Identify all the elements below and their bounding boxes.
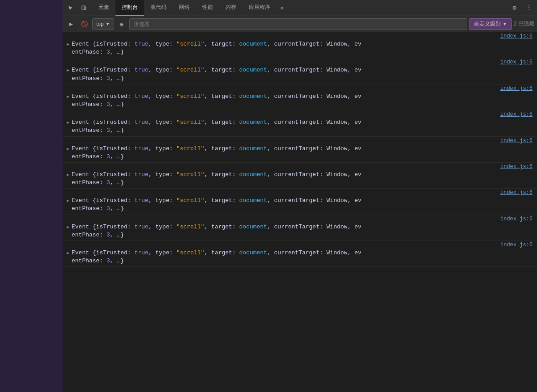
ent-phase-label: entPhase: — [72, 48, 107, 56]
expand-arrow[interactable]: ▶ — [64, 223, 72, 231]
entry-line: ▶ Event {isTrusted: true, type: "scroll"… — [63, 66, 537, 83]
true-value: true — [134, 66, 148, 74]
entry-source[interactable]: index.js:6 — [63, 33, 537, 39]
entry-content: Event {isTrusted: true, type: "scroll", … — [72, 145, 533, 161]
entry-row1: Event {isTrusted: true, type: "scroll", … — [72, 118, 533, 126]
entry-row1: Event {isTrusted: true, type: "scroll", … — [72, 145, 533, 153]
event-label: Event {isTrusted: — [72, 197, 134, 205]
expand-arrow[interactable]: ▶ — [64, 171, 72, 178]
scroll-value: "scroll" — [176, 40, 204, 48]
ellipsis: , …} — [110, 257, 124, 265]
type-label: , type: — [149, 223, 176, 231]
entry-source[interactable]: index.js:6 — [63, 138, 537, 144]
tab-network[interactable]: 网络 — [173, 0, 196, 16]
console-entry: index.js:6 ▶ Event {isTrusted: true, typ… — [63, 110, 537, 136]
type-label: , type: — [149, 171, 176, 179]
ellipsis: , …} — [110, 205, 124, 213]
document-value: document — [239, 171, 267, 179]
entry-row1: Event {isTrusted: true, type: "scroll", … — [72, 223, 533, 231]
expand-arrow[interactable]: ▶ — [64, 145, 72, 152]
entry-source[interactable]: index.js:6 — [63, 85, 537, 92]
type-label: , type: — [149, 40, 176, 48]
entry-content: Event {isTrusted: true, type: "scroll", … — [72, 118, 533, 135]
entry-source[interactable]: index.js:6 — [63, 190, 537, 196]
phase-value: 3 — [107, 126, 110, 135]
target-label: , target: — [205, 40, 239, 48]
scroll-value: "scroll" — [176, 249, 204, 257]
expand-arrow[interactable]: ▶ — [64, 249, 72, 257]
entry-row1: Event {isTrusted: true, type: "scroll", … — [72, 66, 533, 74]
current-target-label: , currentTarget: — [267, 40, 327, 48]
target-label: , target: — [205, 93, 239, 101]
document-value: document — [239, 66, 267, 74]
entry-content: Event {isTrusted: true, type: "scroll", … — [72, 223, 533, 239]
ev-suffix: , ev — [347, 66, 361, 74]
entry-row2: entPhase: 3, …} — [72, 153, 533, 161]
event-label: Event {isTrusted: — [72, 145, 134, 153]
entry-content: Event {isTrusted: true, type: "scroll", … — [72, 249, 533, 265]
ev-suffix: , ev — [347, 118, 361, 126]
true-value: true — [134, 249, 148, 257]
ellipsis: , …} — [110, 75, 124, 83]
sidebar — [0, 0, 63, 392]
tab-elements[interactable]: 元素 — [92, 0, 115, 16]
expand-arrow[interactable]: ▶ — [64, 197, 72, 204]
entry-row1: Event {isTrusted: true, type: "scroll", … — [72, 93, 533, 101]
entry-source[interactable]: index.js:6 — [63, 216, 537, 222]
phase-value: 3 — [107, 101, 110, 109]
scroll-value: "scroll" — [176, 171, 204, 179]
cursor-icon[interactable] — [64, 2, 77, 14]
block-button[interactable]: 🚫 — [79, 18, 90, 30]
settings-icon[interactable]: ⚙ — [508, 2, 521, 14]
type-label: , type: — [149, 145, 176, 153]
document-value: document — [239, 249, 267, 257]
expand-arrow[interactable]: ▶ — [64, 93, 72, 100]
scroll-value: "scroll" — [176, 118, 204, 126]
ellipsis: , …} — [110, 153, 124, 161]
entry-row1: Event {isTrusted: true, type: "scroll", … — [72, 197, 533, 205]
console-toolbar: ▶ 🚫 top ▼ ◉ 自定义级别 ▼ 2 已隐藏 — [63, 16, 537, 32]
entry-source[interactable]: index.js:6 — [63, 59, 537, 65]
type-label: , type: — [149, 118, 176, 126]
context-selector[interactable]: top ▼ — [92, 18, 114, 30]
expand-arrow[interactable]: ▶ — [64, 41, 72, 48]
target-label: , target: — [205, 171, 239, 179]
expand-arrow[interactable]: ▶ — [64, 119, 72, 126]
tab-memory[interactable]: 内存 — [219, 0, 243, 16]
type-label: , type: — [149, 93, 176, 101]
window-value: Window — [327, 171, 348, 179]
tab-bar-icons — [64, 2, 90, 14]
entry-line: ▶ Event {isTrusted: true, type: "scroll"… — [63, 170, 537, 187]
document-value: document — [239, 145, 267, 153]
entry-source[interactable]: index.js:6 — [63, 164, 537, 170]
entry-line: ▶ Event {isTrusted: true, type: "scroll"… — [63, 144, 537, 161]
scroll-value: "scroll" — [176, 145, 204, 153]
console-entry: index.js:6 ▶ Event {isTrusted: true, typ… — [63, 137, 537, 163]
current-target-label: , currentTarget: — [267, 197, 327, 205]
phase-value: 3 — [107, 75, 110, 83]
document-value: document — [239, 223, 267, 231]
execute-button[interactable]: ▶ — [65, 18, 77, 30]
device-icon[interactable] — [78, 2, 90, 14]
tab-console[interactable]: 控制台 — [115, 0, 144, 16]
more-options-icon[interactable]: ⋮ — [523, 2, 535, 14]
true-value: true — [134, 93, 148, 101]
tab-performance[interactable]: 性能 — [196, 0, 219, 16]
expand-arrow[interactable]: ▶ — [64, 67, 72, 74]
ev-suffix: , ev — [347, 223, 361, 231]
tab-more[interactable]: » — [277, 0, 287, 16]
target-label: , target: — [205, 223, 239, 231]
entry-source[interactable]: index.js:6 — [63, 242, 537, 248]
target-label: , target: — [205, 145, 239, 153]
tab-application[interactable]: 应用程序 — [243, 0, 277, 16]
tab-bar: 元素 控制台 源代码 网络 性能 内存 应用程序 » ⚙ ⋮ — [63, 0, 537, 16]
console-output[interactable]: index.js:6 ▶ Event {isTrusted: true, typ… — [63, 32, 537, 392]
tab-sources[interactable]: 源代码 — [144, 0, 173, 16]
entry-content: Event {isTrusted: true, type: "scroll", … — [72, 93, 533, 109]
ellipsis: , …} — [110, 48, 124, 56]
tab-bar-right: ⚙ ⋮ — [508, 2, 535, 14]
filter-input[interactable] — [129, 18, 467, 30]
entry-source[interactable]: index.js:6 — [63, 111, 537, 118]
log-level-button[interactable]: 自定义级别 ▼ — [469, 18, 512, 30]
eye-button[interactable]: ◉ — [116, 18, 128, 30]
